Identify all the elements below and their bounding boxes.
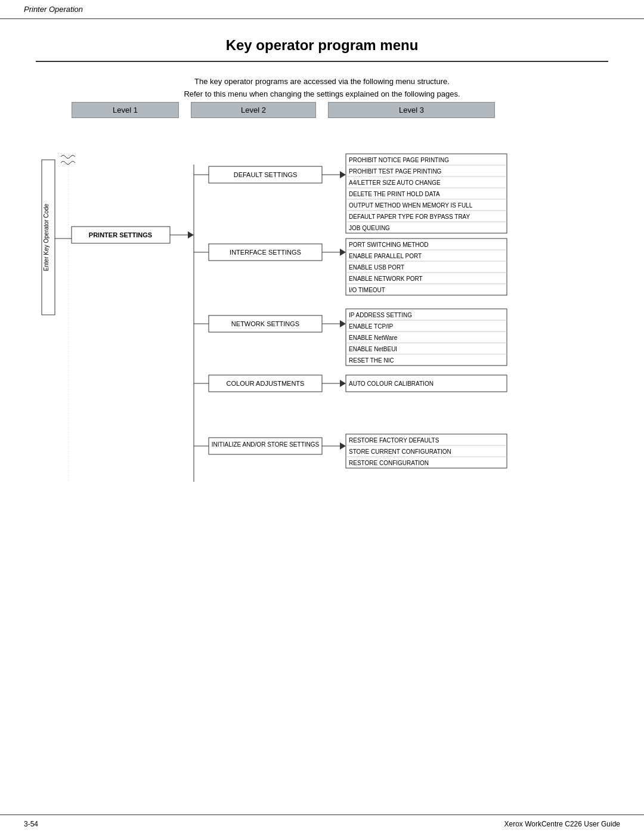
- l3-default-4: DELETE THE PRINT HOLD DATA: [349, 191, 440, 197]
- level2-default-label: DEFAULT SETTINGS: [234, 171, 298, 178]
- l3-colour-1: AUTO COLOUR CALIBRATION: [349, 380, 434, 387]
- breadcrumb: Printer Operation: [24, 5, 83, 14]
- l3-network-4: ENABLE NetBEUI: [349, 346, 397, 352]
- header-bar: Printer Operation: [0, 0, 644, 19]
- level2-colour-label: COLOUR ADJUSTMENTS: [227, 380, 305, 387]
- level1-label: PRINTER SETTINGS: [89, 231, 152, 239]
- l3-network-5: RESET THE NIC: [349, 357, 394, 364]
- col-header-level3: Level 3: [328, 102, 495, 118]
- column-headers: Level 1 Level 2 Level 3: [72, 102, 608, 118]
- intro-text-2: Refer to this menu when changing the set…: [36, 89, 608, 98]
- footer-product: Xerox WorkCentre C226 User Guide: [504, 820, 620, 828]
- l3-init-3: RESTORE CONFIGURATION: [349, 460, 429, 466]
- arrow-interface: [340, 249, 346, 256]
- page-title: Key operator program menu: [36, 37, 608, 62]
- footer-page-number: 3-54: [24, 820, 38, 828]
- level2-initialize-label: INITIALIZE AND/OR STORE SETTINGS: [212, 441, 320, 448]
- l3-init-1: RESTORE FACTORY DEFAULTS: [349, 437, 439, 444]
- squiggle-top: [61, 156, 75, 159]
- col-header-level2: Level 2: [191, 102, 316, 118]
- l3-init-2: STORE CURRENT CONFIGURATION: [349, 448, 451, 455]
- arrow-initialize: [340, 442, 346, 450]
- l3-interface-4: ENABLE NETWORK PORT: [349, 275, 423, 282]
- page: Printer Operation Key operator program m…: [0, 0, 644, 833]
- vertical-label-text: Enter Key Operator Code: [43, 203, 49, 271]
- footer: 3-54 Xerox WorkCentre C226 User Guide: [0, 815, 644, 833]
- l3-interface-1: PORT SWITCHING METHOD: [349, 241, 429, 248]
- l3-default-2: PROHIBIT TEST PAGE PRINTING: [349, 168, 442, 175]
- arrow-network: [340, 320, 346, 327]
- arrow-colour: [340, 380, 346, 387]
- l3-network-1: IP ADDRESS SETTING: [349, 312, 412, 318]
- l3-default-7: JOB QUEUING: [349, 225, 390, 231]
- diagram-area: Enter Key Operator Code PRINTER SETTINGS…: [36, 130, 608, 524]
- squiggle-bottom: [61, 162, 75, 165]
- arrow-default: [340, 171, 346, 178]
- main-content: Key operator program menu The key operat…: [0, 19, 644, 571]
- l3-default-3: A4/LETTER SIZE AUTO CHANGE: [349, 179, 441, 186]
- level2-interface-label: INTERFACE SETTINGS: [230, 249, 301, 256]
- diagram-svg: Enter Key Operator Code PRINTER SETTINGS…: [36, 130, 608, 524]
- l3-interface-3: ENABLE USB PORT: [349, 264, 404, 271]
- arrow-l1-l2: [188, 231, 194, 239]
- l3-interface-2: ENABLE PARALLEL PORT: [349, 253, 422, 259]
- l3-network-3: ENABLE NetWare: [349, 335, 398, 341]
- l3-default-1: PROHIBIT NOTICE PAGE PRINTING: [349, 157, 449, 163]
- col-header-level1: Level 1: [72, 102, 179, 118]
- l3-network-2: ENABLE TCP/IP: [349, 323, 394, 330]
- intro-text-1: The key operator programs are accessed v…: [36, 77, 608, 86]
- l3-default-5: OUTPUT METHOD WHEN MEMORY IS FULL: [349, 202, 473, 209]
- l3-default-6: DEFAULT PAPER TYPE FOR BYPASS TRAY: [349, 213, 470, 220]
- l3-interface-5: I/O TIMEOUT: [349, 287, 385, 293]
- level2-network-label: NETWORK SETTINGS: [231, 320, 299, 327]
